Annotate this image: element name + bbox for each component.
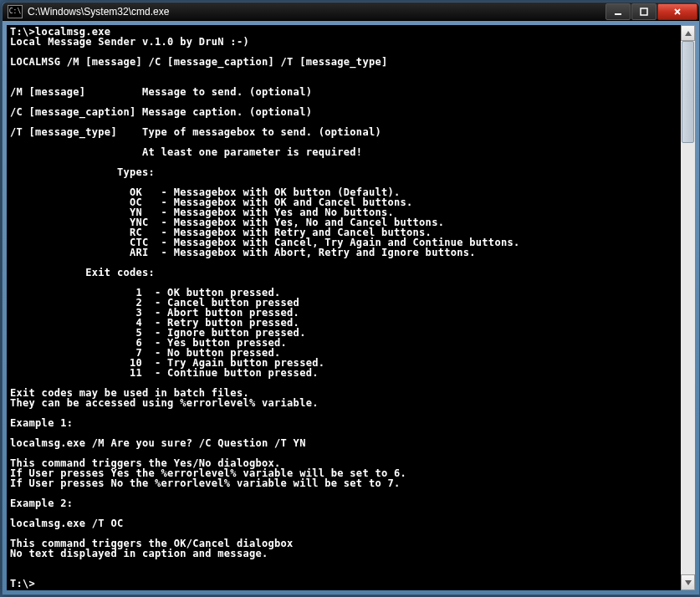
console-line: Types:	[10, 167, 681, 177]
console-line: Example 1:	[10, 418, 681, 428]
console-line: localmsg.exe /M Are you sure? /C Questio…	[10, 438, 681, 448]
window-title: C:\Windows\System32\cmd.exe	[28, 6, 605, 18]
console-line: Example 2:	[10, 498, 681, 508]
svg-rect-1	[641, 8, 647, 15]
minimize-button[interactable]	[605, 3, 631, 20]
console-frame: T:\>localmsg.exeLocal Message Sender v.1…	[3, 21, 699, 594]
console-line: If User presses No the %errorlevel% vari…	[10, 478, 681, 488]
svg-rect-0	[615, 13, 621, 15]
window-controls	[605, 3, 697, 20]
console-line: ARI - Messagebox with Abort, Retry and I…	[10, 247, 681, 258]
console-line	[10, 559, 681, 569]
console-line: 11 - Continue button pressed.	[10, 368, 681, 378]
scroll-track[interactable]	[681, 41, 695, 574]
console-line: T:\>	[10, 579, 681, 589]
console-line: No text displayed in caption and message…	[10, 549, 681, 559]
titlebar[interactable]: C:\ C:\Windows\System32\cmd.exe	[3, 3, 699, 21]
cmd-window: C:\ C:\Windows\System32\cmd.exe T:\>loca…	[2, 2, 700, 595]
console-line	[10, 569, 681, 579]
console-line: Local Message Sender v.1.0 by DruN :-)	[10, 37, 681, 47]
console-line: At least one parameter is required!	[10, 147, 681, 157]
maximize-button[interactable]	[631, 3, 657, 20]
console-line	[10, 408, 681, 418]
scroll-thumb[interactable]	[682, 41, 694, 143]
scroll-up-button[interactable]	[681, 25, 695, 41]
console-line	[10, 488, 681, 498]
console-line: /C [message_caption] Message caption. (o…	[10, 107, 681, 117]
console-line: LOCALMSG /M [message] /C [message_captio…	[10, 57, 681, 67]
console-line	[10, 67, 681, 77]
vertical-scrollbar[interactable]	[681, 25, 695, 590]
close-button[interactable]	[657, 3, 697, 20]
console-line: localmsg.exe /T OC	[10, 518, 681, 528]
console-line: They can be accessed using %errorlevel% …	[10, 398, 681, 408]
cmd-icon: C:\	[8, 5, 23, 18]
console-line: Exit codes:	[10, 268, 681, 278]
console-output[interactable]: T:\>localmsg.exeLocal Message Sender v.1…	[7, 25, 681, 590]
scroll-down-button[interactable]	[681, 574, 695, 590]
console-line: /M [message] Message to send. (optional)	[10, 87, 681, 97]
console-line: /T [message_type] Type of messagebox to …	[10, 127, 681, 137]
